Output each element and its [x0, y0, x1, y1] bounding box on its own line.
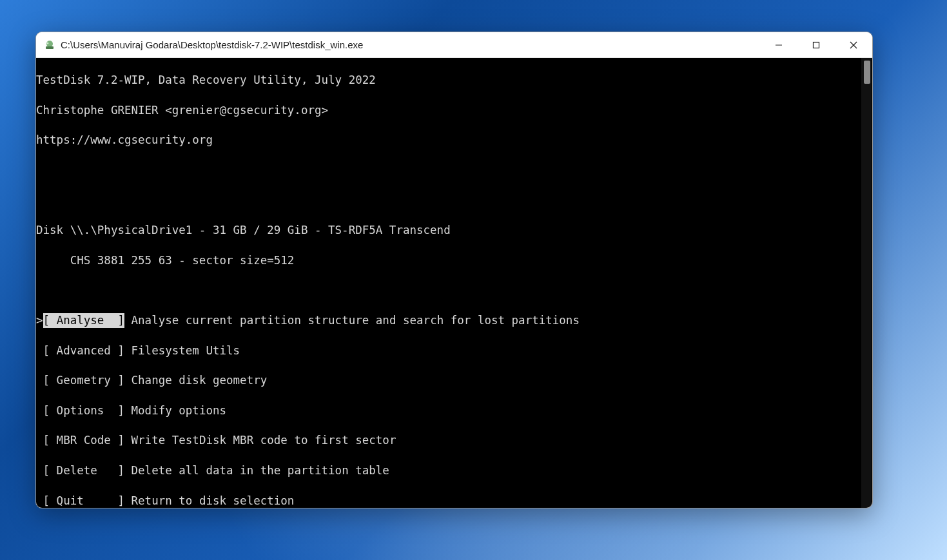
scrollbar-track[interactable]	[861, 58, 872, 508]
menu-item-options[interactable]: [ Options ] Modify options	[36, 403, 872, 418]
header-line-3: https://www.cgsecurity.org	[36, 133, 872, 148]
disk-line-2: CHS 3881 255 63 - sector size=512	[36, 253, 872, 268]
disk-line-1: Disk \\.\PhysicalDrive1 - 31 GB / 29 GiB…	[36, 223, 872, 238]
menu-item-quit[interactable]: [ Quit ] Return to disk selection	[36, 494, 872, 508]
blank-line	[36, 163, 872, 178]
header-line-2: Christophe GRENIER <grenier@cgsecurity.o…	[36, 103, 872, 118]
window-controls	[760, 32, 872, 57]
svg-rect-1	[46, 46, 54, 49]
menu-item-analyse[interactable]: >[ Analyse ] Analyse current partition s…	[36, 313, 872, 328]
menu-item-mbr-code[interactable]: [ MBR Code ] Write TestDisk MBR code to …	[36, 433, 872, 448]
maximize-button[interactable]	[797, 32, 835, 57]
terminal-content: TestDisk 7.2-WIP, Data Recovery Utility,…	[36, 58, 872, 508]
terminal-body[interactable]: TestDisk 7.2-WIP, Data Recovery Utility,…	[36, 58, 872, 508]
app-icon	[44, 39, 55, 51]
menu-item-geometry[interactable]: [ Geometry ] Change disk geometry	[36, 373, 872, 388]
menu-item-delete[interactable]: [ Delete ] Delete all data in the partit…	[36, 463, 872, 478]
titlebar[interactable]: C:\Users\Manuviraj Godara\Desktop\testdi…	[36, 32, 872, 58]
console-window: C:\Users\Manuviraj Godara\Desktop\testdi…	[35, 32, 873, 508]
minimize-button[interactable]	[760, 32, 797, 57]
menu-item-advanced[interactable]: [ Advanced ] Filesystem Utils	[36, 343, 872, 358]
window-title: C:\Users\Manuviraj Godara\Desktop\testdi…	[61, 39, 760, 50]
close-button[interactable]	[835, 32, 872, 57]
svg-point-2	[47, 42, 49, 44]
scrollbar-thumb[interactable]	[864, 61, 870, 84]
header-line-1: TestDisk 7.2-WIP, Data Recovery Utility,…	[36, 73, 872, 88]
blank-line	[36, 283, 872, 298]
svg-rect-4	[814, 42, 819, 48]
blank-line	[36, 193, 872, 208]
